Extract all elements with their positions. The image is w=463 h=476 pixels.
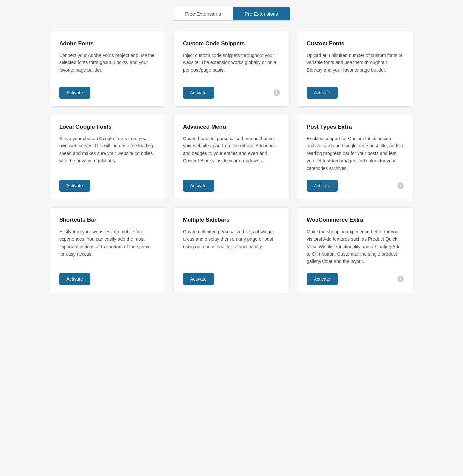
card-footer-shortcuts-bar: Activate [59,273,156,285]
card-adobe-fonts: Adobe FontsConnect your Adobe Fonts proj… [50,31,166,107]
card-footer-custom-code-snippets: Activatei [183,87,280,99]
activate-button-local-google-fonts[interactable]: Activate [59,180,90,192]
tab-pro-extensions[interactable]: Pro Extensions [233,7,290,20]
card-title-woocommerce-extra: WooCommerce Extra [307,217,404,223]
info-icon-post-types-extra[interactable]: i [397,182,404,189]
card-woocommerce-extra: WooCommerce ExtraMake the shopping exper… [297,207,413,293]
card-description-local-google-fonts: Serve your chosen Google Fonts from your… [59,135,156,172]
tab-container: Free Extensions Pro Extensions [173,7,290,21]
card-description-custom-code-snippets: Inject custom code snippets throughout y… [183,52,280,79]
card-description-custom-fonts: Upload an unlimited number of custom fon… [307,52,404,79]
activate-button-custom-code-snippets[interactable]: Activate [183,87,214,99]
card-advanced-menu: Advanced MenuCreate beautiful personalis… [173,114,290,200]
card-footer-post-types-extra: Activatei [307,180,404,192]
card-custom-code-snippets: Custom Code SnippetsInject custom code s… [173,31,290,107]
card-post-types-extra: Post Types ExtraEnables support for Cust… [297,114,413,200]
card-footer-adobe-fonts: Activate [59,87,156,99]
card-description-adobe-fonts: Connect your Adobe Fonts project and use… [59,52,156,79]
card-title-advanced-menu: Advanced Menu [183,124,280,130]
card-footer-multiple-sidebars: Activate [183,273,280,285]
card-footer-woocommerce-extra: Activatei [307,273,404,285]
card-description-shortcuts-bar: Easily turn your websites into mobile fi… [59,228,156,265]
card-local-google-fonts: Local Google FontsServe your chosen Goog… [50,114,166,200]
tab-bar: Free Extensions Pro Extensions [7,7,456,21]
info-icon-custom-code-snippets[interactable]: i [274,89,280,96]
activate-button-advanced-menu[interactable]: Activate [183,180,214,192]
activate-button-multiple-sidebars[interactable]: Activate [183,273,214,285]
card-title-post-types-extra: Post Types Extra [307,124,404,130]
card-title-local-google-fonts: Local Google Fonts [59,124,156,130]
card-title-adobe-fonts: Adobe Fonts [59,40,156,47]
card-title-multiple-sidebars: Multiple Sidebars [183,217,280,223]
card-description-advanced-menu: Create beautiful personalised menus that… [183,135,280,172]
extensions-grid: Adobe FontsConnect your Adobe Fonts proj… [50,31,413,293]
card-title-custom-fonts: Custom Fonts [307,40,404,47]
activate-button-adobe-fonts[interactable]: Activate [59,87,90,99]
info-icon-woocommerce-extra[interactable]: i [397,276,404,282]
card-custom-fonts: Custom FontsUpload an unlimited number o… [297,31,413,107]
card-title-shortcuts-bar: Shortcuts Bar [59,217,156,223]
card-footer-local-google-fonts: Activate [59,180,156,192]
card-footer-custom-fonts: Activate [307,87,404,99]
card-description-woocommerce-extra: Make the shopping experience better for … [307,228,404,265]
activate-button-post-types-extra[interactable]: Activate [307,180,338,192]
card-multiple-sidebars: Multiple SidebarsCreate unlimited person… [173,207,290,293]
activate-button-woocommerce-extra[interactable]: Activate [307,273,338,285]
card-description-post-types-extra: Enables support for Custom Fields inside… [307,135,404,172]
activate-button-shortcuts-bar[interactable]: Activate [59,273,90,285]
card-description-multiple-sidebars: Create unlimited personalized sets of wi… [183,228,280,265]
card-footer-advanced-menu: Activate [183,180,280,192]
activate-button-custom-fonts[interactable]: Activate [307,87,338,99]
tab-free-extensions[interactable]: Free Extensions [173,7,232,20]
card-title-custom-code-snippets: Custom Code Snippets [183,40,280,47]
card-shortcuts-bar: Shortcuts BarEasily turn your websites i… [50,207,166,293]
